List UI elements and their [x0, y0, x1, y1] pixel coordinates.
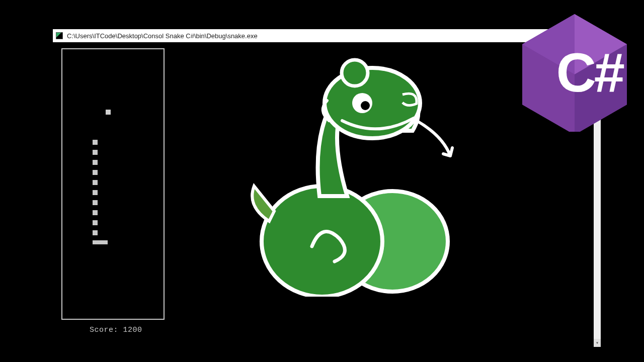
snake-segment: [93, 170, 98, 175]
snake-tail: [93, 240, 108, 244]
app-icon: [56, 32, 63, 39]
snake-segment: [93, 220, 98, 225]
snake-segment: [93, 200, 98, 205]
window-titlebar[interactable]: C:\Users\ITCode\Desktop\Consol Snake C#\…: [53, 29, 594, 42]
scroll-down-arrow[interactable]: ▾: [594, 339, 601, 347]
csharp-label: C#: [556, 40, 623, 104]
snake-segment: [93, 150, 98, 155]
snake-segment: [93, 210, 98, 215]
food-cell: [106, 110, 111, 115]
game-playfield-border: [61, 48, 165, 320]
svg-point-1: [262, 186, 382, 297]
snake-illustration: [226, 55, 468, 297]
snake-segment: [93, 190, 98, 195]
window-title: C:\Users\ITCode\Desktop\Consol Snake C#\…: [67, 32, 258, 40]
snake-segment: [93, 160, 98, 165]
snake-segment: [93, 140, 98, 145]
snake-segment: [93, 180, 98, 185]
snake-segment: [93, 230, 98, 235]
game-playfield[interactable]: [62, 49, 164, 319]
svg-point-3: [342, 60, 368, 86]
score-value: 1200: [123, 326, 142, 334]
svg-point-5: [361, 101, 370, 110]
score-display: Score: 1200: [90, 326, 142, 334]
score-label: Score:: [90, 326, 123, 334]
